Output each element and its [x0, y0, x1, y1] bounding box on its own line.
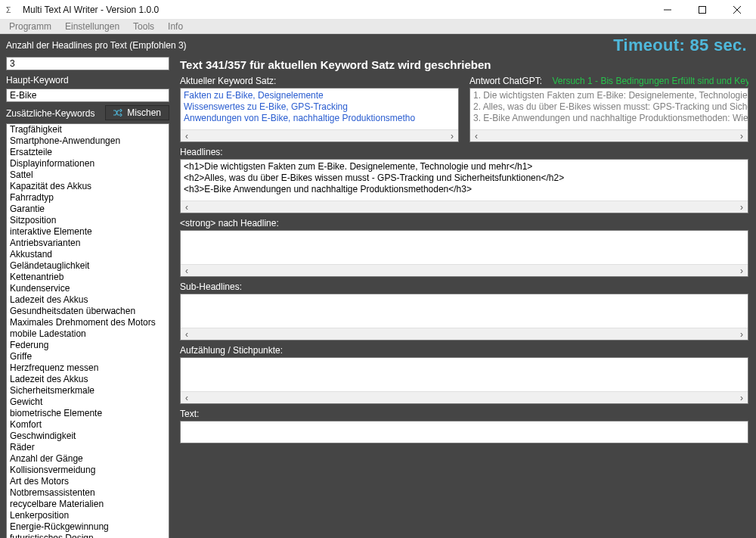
list-item[interactable]: Komfort [7, 419, 169, 431]
window-title: Multi Text AI Writer - Version 1.0.0 [23, 5, 650, 15]
answer-label: Antwort ChatGPT: Versuch 1 - Bis Bedingu… [469, 76, 748, 86]
list-item[interactable]: Sattel [7, 169, 169, 181]
subheadlines-label: Sub-Headlines: [180, 281, 748, 292]
list-item[interactable]: Fahrradtyp [7, 192, 169, 204]
text-label: Text: [180, 409, 748, 419]
headlines-textarea[interactable] [181, 160, 748, 201]
scroll-right-icon[interactable]: › [736, 392, 748, 404]
h-scrollbar[interactable]: ‹ › [470, 129, 748, 141]
list-item[interactable]: Art des Motors [7, 476, 169, 487]
scroll-right-icon[interactable]: › [736, 201, 748, 213]
list-item[interactable]: Gesundheitsdaten überwachen [7, 306, 169, 317]
strong-label: <strong> nach Headline: [180, 218, 748, 229]
menu-einstellungen[interactable]: Einstellungen [59, 20, 125, 33]
headline-count-label: Anzahl der Headlines pro Text (Empfohlen… [6, 40, 187, 51]
list-item[interactable]: Sitzposition [7, 215, 169, 226]
extra-keywords-label: Zusätzliche-Keywords [6, 108, 101, 119]
scroll-left-icon[interactable]: ‹ [181, 392, 193, 404]
h-scrollbar[interactable]: ‹› [181, 391, 748, 403]
svg-text:Σ: Σ [6, 5, 11, 14]
bullets-label: Aufzählung / Stichpunkte: [180, 345, 748, 356]
answer-line: 2. Alles, was du über E-Bikes wissen mus… [473, 101, 745, 113]
list-item[interactable]: Räder [7, 442, 169, 453]
top-row: Anzahl der Headlines pro Text (Empfohlen… [0, 34, 756, 57]
mix-button[interactable]: Mischen [105, 105, 169, 120]
list-item[interactable]: biometrische Elemente [7, 408, 169, 419]
strong-textarea[interactable] [181, 231, 748, 264]
scroll-left-icon[interactable]: ‹ [181, 265, 193, 277]
work-area: Anzahl der Headlines pro Text (Empfohlen… [0, 34, 756, 538]
list-item[interactable]: Kundenservice [7, 283, 169, 294]
answer-status: Versuch 1 - Bis Bedingungen Erfüllt sind… [552, 76, 748, 86]
menu-info[interactable]: Info [162, 20, 189, 33]
list-item[interactable]: Ersatzteile [7, 147, 169, 158]
scroll-left-icon[interactable]: ‹ [181, 328, 193, 341]
keyword-set-box[interactable]: Fakten zu E-Bike, DesignelementeWissensw… [180, 88, 459, 142]
svg-rect-1 [699, 7, 706, 14]
keyword-set-label: Aktueller Keyword Satz: [180, 76, 459, 86]
list-item[interactable]: futuristisches Design [7, 533, 169, 538]
bullets-textarea[interactable] [181, 358, 748, 391]
scroll-right-icon[interactable]: › [446, 130, 458, 142]
list-item[interactable]: interaktive Elemente [7, 226, 169, 238]
list-item[interactable]: Antriebsvarianten [7, 238, 169, 249]
list-item[interactable]: Kapazität des Akkus [7, 181, 169, 192]
list-item[interactable]: Anzahl der Gänge [7, 453, 169, 465]
scroll-left-icon[interactable]: ‹ [181, 201, 193, 213]
list-item[interactable]: Griffe [7, 351, 169, 362]
list-item[interactable]: Lenkerposition [7, 510, 169, 521]
h-scrollbar[interactable]: ‹› [181, 264, 748, 276]
menubar: Programm Einstellungen Tools Info [0, 20, 756, 34]
list-item[interactable]: Geschwindigkeit [7, 431, 169, 442]
progress-title: Text 341/357 für aktuellen Keyword Satz … [180, 58, 748, 71]
text-textarea[interactable] [181, 421, 748, 443]
list-item[interactable]: Federung [7, 340, 169, 351]
list-item[interactable]: Notbremsassistenten [7, 487, 169, 499]
right-column: Text 341/357 für aktuellen Keyword Satz … [180, 57, 748, 538]
list-item[interactable]: Akkustand [7, 249, 169, 260]
keywords-listbox[interactable]: TragfähigkeitSmartphone-AnwendungenErsat… [6, 123, 169, 538]
list-item[interactable]: Smartphone-Anwendungen [7, 135, 169, 147]
list-item[interactable]: Ladezeit des Akkus [7, 294, 169, 306]
list-item[interactable]: Maximales Drehmoment des Motors [7, 317, 169, 328]
scroll-left-icon[interactable]: ‹ [181, 130, 193, 142]
menu-tools[interactable]: Tools [127, 20, 160, 33]
close-button[interactable] [720, 0, 754, 20]
subheadlines-textarea[interactable] [181, 294, 748, 328]
list-item[interactable]: Tragfähigkeit [7, 124, 169, 135]
list-item[interactable]: recycelbare Materialien [7, 499, 169, 510]
list-item[interactable]: Energie-Rückgewinnung [7, 521, 169, 533]
list-item[interactable]: mobile Ladestation [7, 328, 169, 340]
answer-line: 1. Die wichtigsten Fakten zum E-Bike: De… [473, 90, 745, 101]
shuffle-icon [113, 109, 122, 117]
left-column: Haupt-Keyword Zusätzliche-Keywords Misch… [6, 57, 169, 538]
app-icon: Σ [6, 5, 17, 15]
main-keyword-input[interactable] [6, 89, 169, 102]
list-item[interactable]: Sicherheitsmerkmale [7, 385, 169, 397]
scroll-left-icon[interactable]: ‹ [470, 130, 482, 142]
list-item[interactable]: Gewicht [7, 397, 169, 408]
keyword-set-line: Wissenswertes zu E-Bike, GPS-Tracking [184, 101, 455, 113]
h-scrollbar[interactable]: ‹ › [181, 129, 458, 141]
scroll-right-icon[interactable]: › [736, 265, 748, 277]
timeout-indicator: Timeout: 85 sec. [613, 36, 747, 55]
list-item[interactable]: Garantie [7, 204, 169, 215]
scroll-right-icon[interactable]: › [736, 130, 748, 142]
list-item[interactable]: Displayinformationen [7, 158, 169, 169]
list-item[interactable]: Geländetauglichkeit [7, 260, 169, 272]
h-scrollbar[interactable]: ‹› [181, 201, 748, 213]
main-keyword-label: Haupt-Keyword [6, 75, 169, 86]
headline-count-input[interactable] [6, 57, 169, 70]
answer-box[interactable]: 1. Die wichtigsten Fakten zum E-Bike: De… [469, 88, 748, 142]
list-item[interactable]: Kollisionsvermeidung [7, 465, 169, 476]
list-item[interactable]: Herzfrequenz messen [7, 362, 169, 374]
minimize-button[interactable] [650, 0, 685, 20]
titlebar: Σ Multi Text AI Writer - Version 1.0.0 [0, 0, 756, 20]
list-item[interactable]: Ladezeit des Akkus [7, 374, 169, 385]
list-item[interactable]: Kettenantrieb [7, 272, 169, 283]
h-scrollbar[interactable]: ‹› [181, 328, 748, 340]
menu-programm[interactable]: Programm [3, 20, 57, 33]
answer-line: 3. E-Bike Anwendungen und nachhaltige Pr… [473, 113, 745, 124]
scroll-right-icon[interactable]: › [736, 328, 748, 341]
maximize-button[interactable] [685, 0, 720, 20]
